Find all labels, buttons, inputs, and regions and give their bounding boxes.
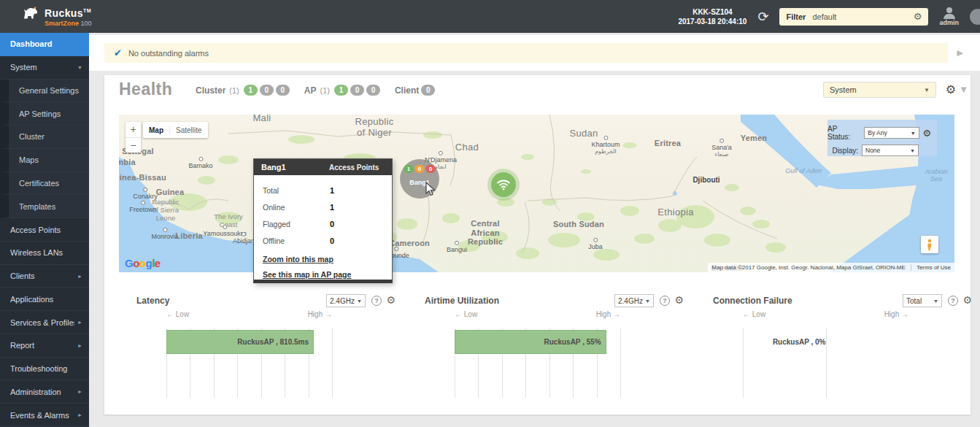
cluster-info: KKK-SZ104 2017-03-18 20:44:10 (678, 7, 746, 26)
sidebar-item-label: Cluster (19, 132, 82, 141)
check-icon: ✔ (114, 47, 122, 58)
tooltip-link-see-this-map-in-ap-page[interactable]: See this map in AP page (263, 270, 383, 279)
map-type-satellite-button[interactable]: Satellite (169, 126, 208, 134)
marker-flagged-badge: 0 (415, 165, 425, 173)
main-content: ✔ No outstanding alarms ▶ Health Cluster… (89, 33, 980, 427)
top-header: RuckusTM SmartZone 100 KKK-SZ104 2017-03… (0, 0, 980, 33)
screen: RuckusTM SmartZone 100 KKK-SZ104 2017-03… (0, 0, 980, 427)
sidebar-item-applications[interactable]: Applications (0, 288, 89, 311)
marker-online-badge: 1 (404, 165, 414, 173)
alarm-banner-text: No outstanding alarms (128, 49, 209, 58)
chart-gear-icon[interactable]: ⚙ (674, 294, 684, 306)
mouse-cursor-icon (425, 182, 436, 199)
sidebar-item-system[interactable]: System▼ (0, 56, 89, 80)
tooltip-row-value: 0 (330, 236, 334, 245)
sidebar-item-label: Report (10, 341, 74, 350)
banner-collapse-icon[interactable]: ▶ (957, 48, 963, 58)
connection-failure-select[interactable]: Total ▼ (903, 294, 942, 307)
sidebar-item-label: Dashboard (10, 39, 82, 48)
ap-wifi-marker[interactable] (491, 172, 516, 197)
display-select[interactable]: None ▼ (862, 145, 919, 156)
zoom-out-button[interactable]: − (126, 138, 141, 153)
user-name: admin (939, 19, 959, 26)
tooltip-row: Offline0 (254, 236, 392, 245)
chevron-down-icon: ▼ (77, 65, 82, 70)
map-tooltip: Bang1 Access Points Total1Online1Flagged… (253, 158, 393, 283)
terms-of-use-link[interactable]: Terms of Use (911, 264, 951, 271)
tooltip-row: Flagged0 (254, 220, 392, 228)
pegman-streetview-icon[interactable] (921, 236, 938, 253)
sidebar-item-certificates[interactable]: Certificates (0, 172, 89, 196)
low-label: ← Low (166, 310, 189, 318)
sidebar-item-dashboard[interactable]: Dashboard (0, 33, 89, 56)
health-settings-gear-icon[interactable]: ⚙ (946, 82, 956, 96)
zoom-in-button[interactable]: + (126, 122, 141, 138)
sidebar-item-label: Certificates (19, 179, 82, 188)
airtime-plot: RuckusAP , 55% (455, 328, 620, 398)
filter-gear-icon[interactable]: ⚙ (914, 11, 922, 22)
health-group-client: Client0 (395, 85, 435, 96)
tooltip-title: Bang1 (261, 163, 329, 172)
tooltip-row-value: 1 (330, 186, 334, 195)
help-icon[interactable]: ? (948, 296, 958, 306)
health-panel: Health Cluster(1)100AP(1)100Client0 Syst… (104, 75, 971, 415)
bar-ruckusap[interactable]: RuckusAP , 810.5ms (166, 330, 314, 354)
map-type-map-button[interactable]: Map (143, 126, 169, 134)
bar-label: RuckusAP , 810.5ms (237, 338, 313, 346)
sidebar-item-label: Applications (10, 295, 82, 304)
attribution-text: Map data ©2017 Google, Inst. Geogr. Naci… (711, 264, 906, 271)
health-summary: Cluster(1)100AP(1)100Client0 (196, 85, 435, 96)
sidebar-item-general-settings[interactable]: General Settings (0, 80, 89, 103)
sidebar-item-label: Clients (10, 272, 74, 280)
help-icon[interactable]: ? (660, 296, 670, 306)
sidebar-item-label: Wireless LANs (10, 248, 82, 257)
cluster-name: KKK-SZ104 (678, 7, 746, 17)
health-group-label: AP (304, 85, 317, 96)
help-icon[interactable]: ? (371, 296, 382, 306)
sidebar-item-ap-settings[interactable]: AP Settings (0, 102, 89, 126)
tooltip-header-right: Access Points (329, 164, 379, 172)
ap-status-label: AP Status: (827, 125, 860, 141)
status-badge: 1 (334, 85, 348, 96)
chart-gear-icon[interactable]: ⚙ (386, 294, 396, 306)
sidebar-item-wireless-lans[interactable]: Wireless LANs (0, 242, 89, 265)
sidebar-item-events-alarms[interactable]: Events & Alarms► (0, 404, 89, 427)
gridline (332, 328, 333, 398)
sidebar-item-access-points[interactable]: Access Points (0, 218, 89, 242)
sidebar-item-label: Troubleshooting (10, 364, 82, 373)
tooltip-link-zoom-into-this-map[interactable]: Zoom into this map (263, 255, 383, 263)
user-menu[interactable]: admin (939, 7, 959, 26)
latency-band-select[interactable]: 2.4GHz ▼ (326, 294, 366, 307)
chevron-down-icon: ▼ (933, 299, 938, 304)
bar-ruckusap[interactable]: RuckusAP , 55% (455, 330, 606, 354)
alarm-banner[interactable]: ✔ No outstanding alarms (104, 43, 948, 63)
status-badge: 0 (366, 85, 380, 96)
ap-status-gear-icon[interactable]: ⚙ (923, 128, 933, 139)
sidebar-item-clients[interactable]: Clients► (0, 265, 89, 288)
sidebar-item-administration[interactable]: Administration► (0, 380, 89, 404)
scope-select[interactable]: System ▼ (823, 82, 936, 98)
airtime-band-select[interactable]: 2.4GHz ▼ (614, 294, 654, 307)
google-logo[interactable]: Google (125, 257, 161, 269)
chart-gear-icon[interactable]: ⚙ (962, 294, 972, 306)
section-collapse-icon[interactable]: ▼ (959, 84, 968, 95)
sidebar-item-report[interactable]: Report► (0, 334, 89, 358)
sidebar-item-label: Access Points (10, 226, 82, 234)
ap-status-select[interactable]: By Any ▼ (864, 127, 919, 139)
sidebar-item-templates[interactable]: Templates (0, 195, 89, 218)
sidebar-item-cluster[interactable]: Cluster (0, 126, 89, 149)
sidebar-item-services-profiles[interactable]: Services & Profiles► (0, 311, 89, 334)
ap-status-overlay: AP Status: By Any ▼ ⚙ Display: None ▼ (827, 120, 937, 156)
sidebar-item-maps[interactable]: Maps (0, 149, 89, 172)
chart-airtime-utilization: Airtime Utilization 2.4GHz ▼ ? ⚙ ← Low H… (407, 288, 686, 409)
chevron-right-icon: ► (77, 320, 82, 325)
filter-value: default (812, 12, 906, 21)
refresh-icon[interactable]: ⟳ (757, 10, 768, 23)
tooltip-row-label: Offline (263, 236, 330, 245)
sidebar-item-troubleshooting[interactable]: Troubleshooting (0, 358, 89, 381)
tooltip-row: Total1 (254, 186, 392, 195)
health-group-label: Cluster (196, 85, 225, 96)
tooltip-row: Online1 (254, 203, 392, 212)
google-map[interactable]: MaliRepublic of NigerChadSudanEritreaYem… (119, 115, 954, 272)
filter-box[interactable]: Filter default ⚙ (779, 8, 928, 26)
